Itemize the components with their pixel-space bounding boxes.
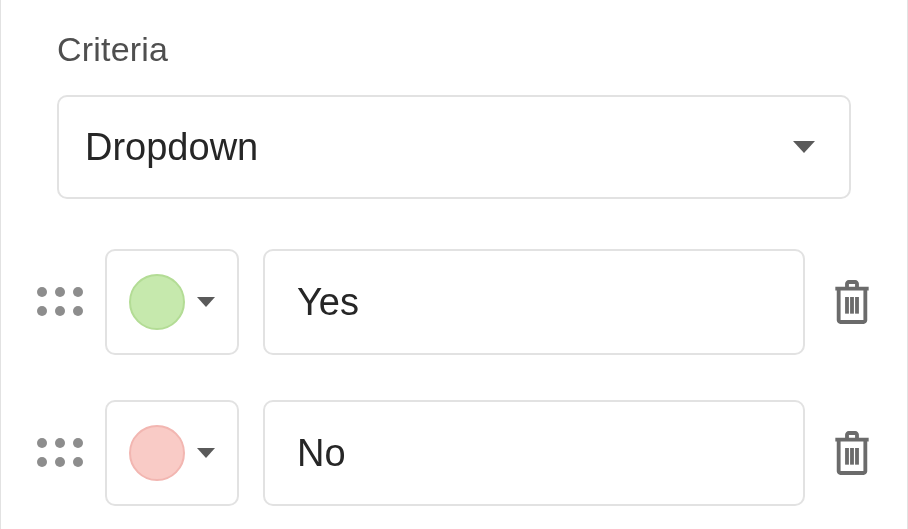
drag-handle-icon[interactable] bbox=[37, 438, 81, 468]
option-label-input[interactable] bbox=[263, 400, 805, 506]
color-swatch bbox=[129, 274, 185, 330]
trash-icon bbox=[832, 278, 872, 326]
section-title: Criteria bbox=[57, 30, 851, 69]
option-label-input[interactable] bbox=[263, 249, 805, 355]
chevron-down-icon bbox=[793, 141, 815, 153]
option-row bbox=[37, 400, 851, 506]
color-swatch bbox=[129, 425, 185, 481]
option-color-select[interactable] bbox=[105, 400, 239, 506]
criteria-panel: Criteria Dropdown bbox=[0, 0, 908, 529]
chevron-down-icon bbox=[197, 297, 215, 307]
trash-icon bbox=[832, 429, 872, 477]
delete-option-button[interactable] bbox=[829, 427, 875, 479]
chevron-down-icon bbox=[197, 448, 215, 458]
criteria-type-value: Dropdown bbox=[85, 126, 258, 169]
option-color-select[interactable] bbox=[105, 249, 239, 355]
drag-handle-icon[interactable] bbox=[37, 287, 81, 317]
delete-option-button[interactable] bbox=[829, 276, 875, 328]
option-row bbox=[37, 249, 851, 355]
criteria-type-select[interactable]: Dropdown bbox=[57, 95, 851, 199]
